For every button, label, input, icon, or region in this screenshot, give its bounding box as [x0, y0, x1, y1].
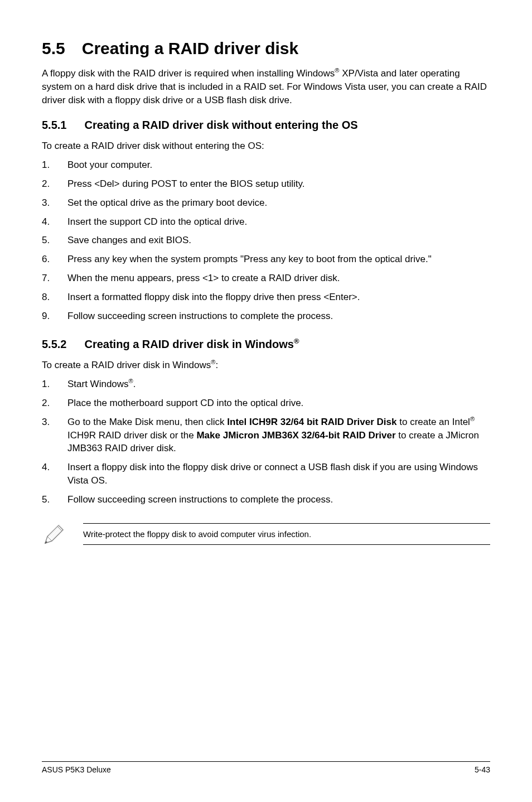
step-text: When the menu appears, press <1> to crea… [67, 272, 490, 285]
step-number: 6. [42, 253, 67, 266]
page-footer: ASUS P5K3 Deluxe 5-43 [42, 761, 490, 774]
list-item: 5. Follow succeeding screen instructions… [42, 493, 490, 506]
steps-list-551: 1.Boot your computer. 2.Press <Del> duri… [42, 158, 490, 322]
title-seg: Creating a RAID driver disk in Windows [84, 338, 293, 350]
step-text: Follow succeeding screen instructions to… [67, 493, 490, 506]
step-number: 2. [42, 177, 67, 191]
list-item: 4.Insert the support CD into the optical… [42, 215, 490, 229]
step-text: Press any key when the system prompts "P… [67, 253, 490, 266]
para-seg: : [215, 360, 218, 370]
subsection-552-number: 5.5.2 [42, 338, 66, 351]
list-item: 5.Save changes and exit BIOS. [42, 234, 490, 247]
section-title: Creating a RAID driver disk [82, 39, 298, 58]
footer-right: 5-43 [475, 765, 490, 774]
text-seg: to create an Intel [397, 417, 470, 427]
list-item: 2. Place the motherboard support CD into… [42, 397, 490, 410]
step-text: Set the optical drive as the primary boo… [67, 196, 490, 210]
step-number: 5. [42, 493, 67, 506]
registered-symbol: ® [470, 416, 475, 422]
step-text: Insert a floppy disk into the floppy dis… [67, 461, 490, 487]
note-row: Write-protect the floppy disk to avoid c… [42, 522, 490, 547]
list-item: 7.When the menu appears, press <1> to cr… [42, 272, 490, 285]
subsection-551-title: Creating a RAID driver disk without ente… [84, 119, 357, 132]
section-heading: 5.5 Creating a RAID driver disk [42, 39, 490, 58]
list-item: 4. Insert a floppy disk into the floppy … [42, 461, 490, 487]
step-number: 7. [42, 272, 67, 285]
list-item: 1. Start Windows®. [42, 378, 490, 391]
text-seg: Start Windows [67, 379, 129, 389]
step-number: 3. [42, 416, 67, 455]
step-number: 2. [42, 397, 67, 410]
subsection-551-number: 5.5.1 [42, 119, 66, 132]
subsection-551-heading: 5.5.1 Creating a RAID driver disk withou… [42, 119, 490, 132]
list-item: 3.Set the optical drive as the primary b… [42, 196, 490, 210]
list-item: 9.Follow succeeding screen instructions … [42, 310, 490, 323]
bold-text: Make JMicron JMB36X 32/64-bit RAID Drive… [196, 430, 395, 441]
step-text: Start Windows®. [67, 378, 490, 391]
step-number: 1. [42, 158, 67, 172]
step-text: Press <Del> during POST to enter the BIO… [67, 177, 490, 191]
subsection-552-heading: 5.5.2 Creating a RAID driver disk in Win… [42, 338, 490, 351]
para-seg: To create a RAID driver disk in Windows [42, 360, 211, 370]
step-text: Boot your computer. [67, 158, 490, 172]
intro-seg1: A floppy disk with the RAID driver is re… [42, 68, 335, 79]
registered-symbol: ® [129, 378, 133, 385]
subsection-552-para: To create a RAID driver disk in Windows®… [42, 359, 490, 372]
text-seg: . [133, 379, 136, 389]
step-text: Follow succeeding screen instructions to… [67, 310, 490, 323]
steps-list-552: 1. Start Windows®. 2. Place the motherbo… [42, 378, 490, 506]
step-number: 8. [42, 291, 67, 304]
subsection-551-para: To create a RAID driver disk without ent… [42, 139, 490, 153]
step-text: Insert a formatted floppy disk into the … [67, 291, 490, 304]
step-number: 3. [42, 196, 67, 210]
step-number: 5. [42, 234, 67, 247]
step-number: 4. [42, 461, 67, 487]
bold-text: Intel ICH9R 32/64 bit RAID Driver Disk [227, 417, 396, 427]
step-text: Save changes and exit BIOS. [67, 234, 490, 247]
step-text: Place the motherboard support CD into th… [67, 397, 490, 410]
step-number: 4. [42, 215, 67, 229]
registered-symbol: ® [294, 337, 299, 346]
list-item: 8.Insert a formatted floppy disk into th… [42, 291, 490, 304]
note-text: Write-protect the floppy disk to avoid c… [83, 523, 490, 545]
intro-paragraph: A floppy disk with the RAID driver is re… [42, 67, 490, 107]
section-number: 5.5 [42, 39, 65, 58]
list-item: 1.Boot your computer. [42, 158, 490, 172]
footer-left: ASUS P5K3 Deluxe [42, 765, 111, 774]
step-text: Go to the Make Disk menu, then click Int… [67, 416, 490, 455]
step-text: Insert the support CD into the optical d… [67, 215, 490, 229]
step-number: 1. [42, 378, 67, 391]
list-item: 6.Press any key when the system prompts … [42, 253, 490, 266]
list-item: 2.Press <Del> during POST to enter the B… [42, 177, 490, 191]
text-seg: Go to the Make Disk menu, then click [67, 417, 227, 427]
pencil-icon [42, 522, 66, 547]
subsection-552-title: Creating a RAID driver disk in Windows® [84, 338, 299, 351]
step-number: 9. [42, 310, 67, 323]
text-seg: ICH9R RAID driver disk or the [67, 430, 196, 441]
list-item: 3. Go to the Make Disk menu, then click … [42, 416, 490, 455]
